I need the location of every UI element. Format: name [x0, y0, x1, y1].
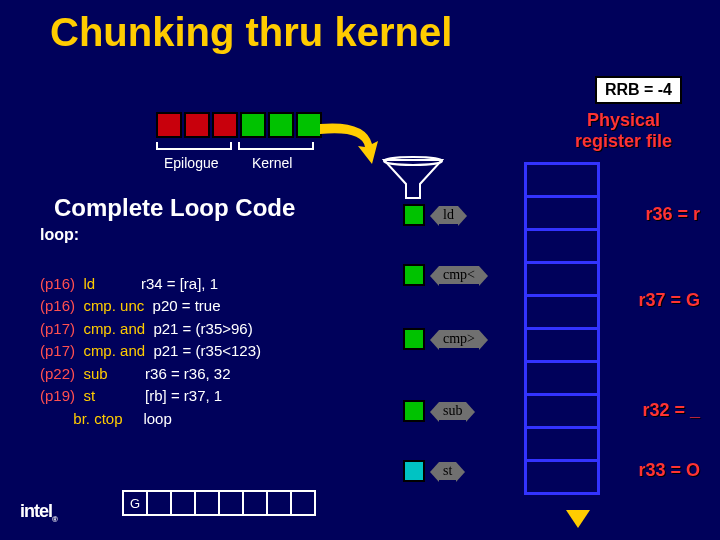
register-file-column	[524, 162, 600, 495]
register-cell	[527, 228, 597, 261]
complete-loop-code-heading: Complete Loop Code	[54, 194, 295, 222]
epilogue-box	[212, 112, 238, 138]
stage-box	[403, 460, 425, 482]
g-box-label: G	[122, 490, 148, 516]
register-cell	[527, 261, 597, 294]
stage-sub: sub	[403, 400, 466, 422]
reg-label-r32: r32 = _	[642, 400, 700, 421]
stage-cmp-gt: cmp>	[403, 328, 479, 350]
stage-box	[403, 328, 425, 350]
register-cell	[527, 360, 597, 393]
g-box	[218, 490, 244, 516]
g-box	[290, 490, 316, 516]
funnel-icon	[382, 156, 444, 200]
stage-ld: ld	[403, 204, 458, 226]
arrow-down-icon	[566, 510, 590, 528]
register-cell	[527, 327, 597, 360]
kernel-label: Kernel	[252, 155, 292, 171]
register-cell	[527, 165, 597, 195]
g-box	[242, 490, 268, 516]
epilogue-box	[156, 112, 182, 138]
stage-box	[403, 264, 425, 286]
slide-title: Chunking thru kernel	[50, 10, 452, 55]
stage-tag: st	[439, 462, 456, 480]
register-cell	[527, 393, 597, 426]
epilogue-box	[184, 112, 210, 138]
loop-label: loop:	[40, 226, 79, 244]
g-box	[170, 490, 196, 516]
epilogue-label: Epilogue	[164, 155, 219, 171]
stage-cmp-lt: cmp<	[403, 264, 479, 286]
physical-register-file-label: Physical register file	[575, 110, 672, 151]
reg-label-r36: r36 = r	[645, 204, 700, 225]
epilogue-brace	[156, 142, 232, 150]
g-box	[194, 490, 220, 516]
stage-box	[403, 400, 425, 422]
stage-st: st	[403, 460, 456, 482]
register-cell	[527, 459, 597, 492]
reg-label-r33: r33 = O	[638, 460, 700, 481]
register-cell	[527, 294, 597, 327]
rrb-box: RRB = -4	[595, 76, 682, 104]
g-box	[146, 490, 172, 516]
register-cell	[527, 195, 597, 228]
stage-boxes-row	[156, 112, 324, 138]
kernel-brace	[238, 142, 314, 150]
stage-tag: sub	[439, 402, 466, 420]
g-row: G	[122, 490, 314, 516]
kernel-box	[268, 112, 294, 138]
reg-label-r37: r37 = G	[638, 290, 700, 311]
stage-tag: ld	[439, 206, 458, 224]
g-box	[266, 490, 292, 516]
arrow-into-funnel-icon	[316, 116, 390, 168]
register-cell	[527, 426, 597, 459]
stage-tag: cmp>	[439, 330, 479, 348]
stage-box	[403, 204, 425, 226]
intel-logo: intel®	[20, 501, 57, 524]
code-listing: (p16) ld r34 = [ra], 1 (p16) cmp. unc p2…	[40, 250, 261, 430]
stage-tag: cmp<	[439, 266, 479, 284]
kernel-box	[240, 112, 266, 138]
